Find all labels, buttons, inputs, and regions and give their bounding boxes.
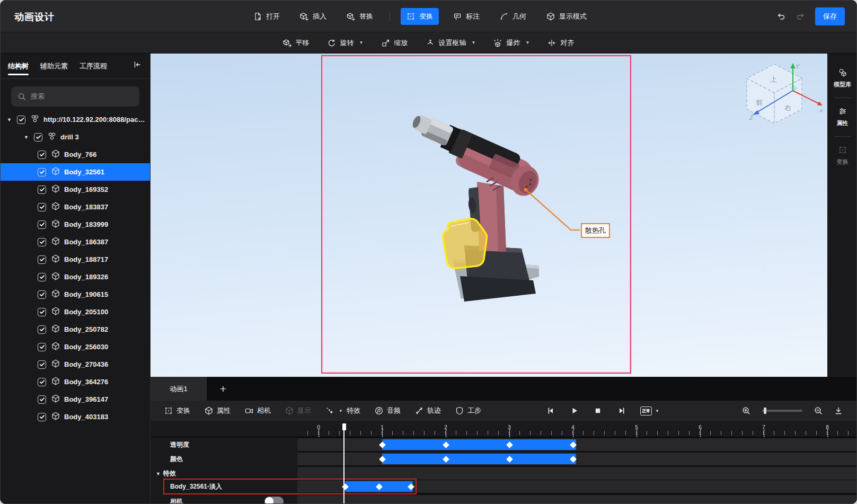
subtool-rotate[interactable]: 旋转▼ bbox=[328, 38, 364, 48]
tree-item-body_169352[interactable]: Body_169352 bbox=[1, 181, 150, 198]
sidebar-tab-process-flow[interactable]: 工序流程 bbox=[79, 54, 107, 79]
tree-item-body_183999[interactable]: Body_183999 bbox=[1, 216, 150, 233]
subtool-explode[interactable]: 爆炸▼ bbox=[493, 38, 529, 48]
prev-frame-icon[interactable] bbox=[547, 406, 555, 415]
track-lane-effects-group[interactable] bbox=[297, 467, 856, 480]
subtool-align[interactable]: 对齐 bbox=[547, 38, 574, 48]
top-tool-geometry[interactable]: 几何 bbox=[494, 8, 532, 25]
track-label-effects-group[interactable]: ▼特效 bbox=[156, 469, 176, 478]
save-button[interactable]: 保存 bbox=[815, 7, 845, 25]
collapse-panel-icon[interactable] bbox=[133, 60, 142, 71]
timeline-tab-0[interactable]: 动画1 bbox=[151, 377, 207, 401]
playhead[interactable] bbox=[343, 429, 344, 503]
checkbox-checked[interactable] bbox=[17, 116, 25, 124]
checkbox-checked[interactable] bbox=[38, 273, 46, 281]
top-tool-open[interactable]: 打开 bbox=[248, 8, 286, 25]
top-tool-display-mode[interactable]: 显示模式 bbox=[541, 8, 593, 25]
checkbox-checked[interactable] bbox=[38, 185, 46, 194]
tree-item-body_183837[interactable]: Body_183837 bbox=[1, 198, 150, 216]
checkbox-checked[interactable] bbox=[38, 378, 46, 386]
timeline-toolbar: 变换属性相机显示▼特效音频轨迹工步 正常▼ bbox=[151, 401, 856, 421]
checkbox-checked[interactable] bbox=[38, 325, 46, 334]
add-animation-tab-button[interactable]: + bbox=[207, 377, 240, 401]
tree-item-body_766[interactable]: Body_766 bbox=[1, 146, 150, 163]
zoom-out-icon[interactable] bbox=[814, 406, 823, 415]
tree-item-root[interactable]: ▼http://10.122.92.200:8088/pack... bbox=[1, 111, 150, 128]
tree-item-body_186387[interactable]: Body_186387 bbox=[1, 233, 150, 251]
drill-model[interactable] bbox=[151, 54, 827, 377]
timeline-tool-properties[interactable]: 属性 bbox=[205, 406, 231, 415]
track-label-body-32561-fade-in[interactable]: Body_32561-淡入 bbox=[170, 482, 222, 491]
track-lane-camera[interactable] bbox=[297, 495, 856, 504]
checkbox-checked[interactable] bbox=[38, 203, 46, 211]
timeline-ruler[interactable]: 012345678 bbox=[151, 421, 856, 437]
track-label-color[interactable]: 颜色 bbox=[170, 455, 183, 464]
stop-icon[interactable] bbox=[594, 406, 602, 415]
group-collapse-caret[interactable]: ▼ bbox=[156, 471, 161, 476]
view-cube[interactable]: 上 前 右 Y Z x bbox=[745, 60, 827, 139]
tree-item-body_188717[interactable]: Body_188717 bbox=[1, 251, 150, 268]
track-label-opacity[interactable]: 透明度 bbox=[170, 440, 189, 449]
tree-item-body_32561[interactable]: Body_32561 bbox=[1, 163, 150, 181]
play-icon[interactable] bbox=[570, 406, 579, 415]
annotation-label[interactable]: 散热孔 bbox=[581, 223, 610, 238]
next-frame-icon[interactable] bbox=[617, 406, 625, 415]
rail-item-model-library[interactable]: 模型库 bbox=[834, 64, 851, 93]
redo-icon[interactable] bbox=[796, 12, 805, 21]
undo-icon[interactable] bbox=[777, 12, 785, 21]
checkbox-checked[interactable] bbox=[38, 413, 46, 421]
tree-item-body_270436[interactable]: Body_270436 bbox=[1, 356, 150, 373]
tree-item-drill-3[interactable]: ▼drill 3 bbox=[1, 128, 150, 146]
timeline-tool-transform[interactable]: 变换 bbox=[164, 406, 190, 415]
checkbox-checked[interactable] bbox=[38, 308, 46, 316]
tree-expand-caret[interactable]: ▼ bbox=[7, 117, 13, 122]
top-tool-insert[interactable]: 插入 bbox=[294, 8, 332, 25]
top-tool-annotate[interactable]: 标注 bbox=[447, 8, 485, 25]
subtool-scale[interactable]: 缩放 bbox=[382, 38, 408, 48]
subtool-set-pivot[interactable]: 设置枢轴▼ bbox=[426, 38, 476, 48]
checkbox-checked[interactable] bbox=[34, 133, 42, 142]
checkbox-checked[interactable] bbox=[38, 168, 46, 176]
timeline-tool-step[interactable]: 工步 bbox=[455, 406, 481, 415]
top-tool-transform[interactable]: 变换 bbox=[401, 8, 439, 25]
timeline-zoom-slider[interactable] bbox=[762, 410, 802, 412]
tree-item-body_189326[interactable]: Body_189326 bbox=[1, 268, 150, 286]
checkbox-checked[interactable] bbox=[38, 255, 46, 264]
top-tool-replace[interactable]: 替换 bbox=[341, 8, 379, 25]
zoom-in-icon[interactable] bbox=[742, 406, 750, 415]
viewport-3d[interactable]: 散热孔 上 前 右 Y Z x bbox=[151, 54, 827, 377]
checkbox-checked[interactable] bbox=[38, 151, 46, 159]
sidebar-tab-structure-tree[interactable]: 结构树 bbox=[8, 54, 29, 79]
camera-track-toggle[interactable] bbox=[264, 497, 284, 504]
tree-item-body_364276[interactable]: Body_364276 bbox=[1, 373, 150, 391]
checkbox-checked[interactable] bbox=[38, 290, 46, 299]
playhead-handle[interactable] bbox=[342, 423, 346, 430]
slider-handle[interactable] bbox=[764, 408, 766, 414]
rail-item-properties[interactable]: 属性 bbox=[837, 103, 849, 131]
track-label-camera[interactable]: 相机 bbox=[170, 497, 183, 504]
checkbox-checked[interactable] bbox=[38, 238, 46, 246]
tree-item-body_205100[interactable]: Body_205100 bbox=[1, 303, 150, 321]
checkbox-checked[interactable] bbox=[38, 395, 46, 404]
tree-item-body_190615[interactable]: Body_190615 bbox=[1, 286, 150, 303]
tree-expand-caret[interactable]: ▼ bbox=[24, 135, 30, 140]
download-icon[interactable] bbox=[834, 406, 843, 415]
checkbox-checked[interactable] bbox=[38, 343, 46, 351]
playback-speed-selector[interactable]: 正常▼ bbox=[640, 406, 659, 415]
checkbox-checked[interactable] bbox=[38, 220, 46, 229]
keyframe-bar-color[interactable] bbox=[382, 454, 576, 464]
tree-item-body_396147[interactable]: Body_396147 bbox=[1, 391, 150, 408]
tree-item-label: http://10.122.92.200:8088/pack... bbox=[43, 116, 146, 123]
tree-item-body_250782[interactable]: Body_250782 bbox=[1, 321, 150, 338]
tree-item-body_256030[interactable]: Body_256030 bbox=[1, 338, 150, 356]
timeline-tool-camera[interactable]: 相机 bbox=[245, 406, 271, 415]
timeline-tool-effects[interactable]: ▼特效 bbox=[325, 406, 360, 415]
search-input[interactable]: 搜索 bbox=[11, 86, 139, 107]
timeline-tool-audio[interactable]: 音频 bbox=[375, 406, 401, 415]
subtool-pan[interactable]: 平移 bbox=[283, 38, 310, 48]
timeline-tool-trajectory[interactable]: 轨迹 bbox=[415, 406, 441, 415]
keyframe-bar-opacity[interactable] bbox=[382, 439, 576, 450]
sidebar-tab-aux-elements[interactable]: 辅助元素 bbox=[40, 54, 68, 79]
checkbox-checked[interactable] bbox=[38, 360, 46, 369]
tree-item-body_403183[interactable]: Body_403183 bbox=[1, 408, 150, 426]
